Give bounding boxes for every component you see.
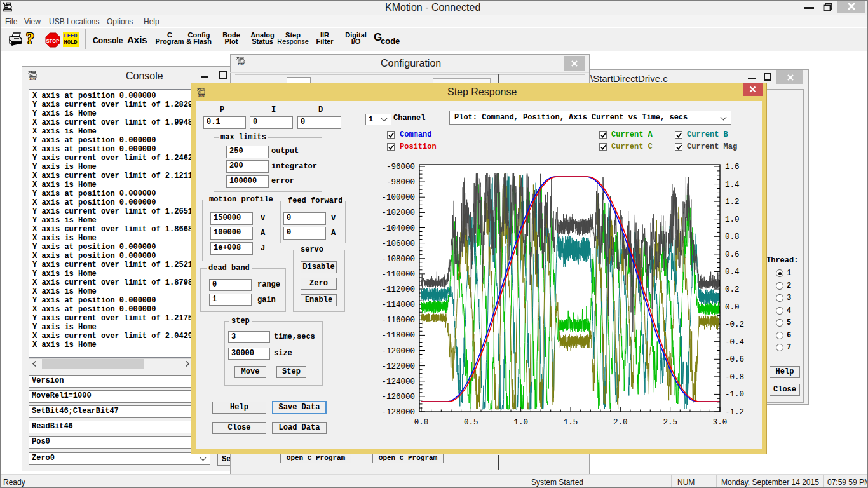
svg-text:-120000: -120000 (381, 347, 415, 356)
svg-text:-98000: -98000 (386, 178, 415, 187)
svg-text:-0.2: -0.2 (725, 320, 744, 329)
svg-text:-112000: -112000 (381, 285, 415, 294)
svg-text:-0.6: -0.6 (725, 355, 744, 364)
svg-text:0.0: 0.0 (725, 303, 740, 312)
svg-text:-104000: -104000 (381, 224, 415, 233)
svg-text:STOP: STOP (46, 38, 59, 44)
svg-text:0.0: 0.0 (414, 418, 429, 427)
svg-text:-110000: -110000 (381, 270, 415, 279)
svg-text:3.0: 3.0 (713, 418, 728, 427)
svg-text:-0.8: -0.8 (725, 373, 744, 382)
svg-text:-100000: -100000 (381, 193, 415, 202)
svg-text:-102000: -102000 (381, 208, 415, 217)
svg-text:1.4: 1.4 (725, 180, 740, 189)
svg-text:-122000: -122000 (381, 362, 415, 371)
svg-text:0.4: 0.4 (725, 268, 740, 276)
svg-text:0.6: 0.6 (725, 250, 740, 259)
svg-text:-116000: -116000 (381, 316, 415, 325)
svg-text:DM: DM (198, 93, 205, 97)
svg-text:DM: DM (29, 76, 36, 81)
svg-text:-96000: -96000 (386, 163, 415, 172)
svg-text:-118000: -118000 (381, 331, 415, 340)
svg-text:DM: DM (237, 62, 244, 66)
svg-text:-108000: -108000 (381, 255, 415, 264)
svg-text:1.2: 1.2 (725, 198, 740, 207)
svg-text:-106000: -106000 (381, 240, 415, 248)
svg-text:-114000: -114000 (381, 301, 415, 309)
svg-text:1.5: 1.5 (564, 418, 578, 427)
svg-text:2.0: 2.0 (613, 418, 628, 427)
svg-text:-1.0: -1.0 (725, 390, 744, 399)
svg-text:-124000: -124000 (381, 377, 415, 386)
svg-text:-128000: -128000 (381, 408, 415, 417)
svg-text:-1.2: -1.2 (725, 408, 744, 417)
svg-text:0.5: 0.5 (464, 418, 478, 427)
svg-text:0.8: 0.8 (725, 233, 740, 241)
svg-text:0.2: 0.2 (725, 285, 740, 294)
svg-text:-126000: -126000 (381, 393, 415, 402)
svg-text:1.0: 1.0 (725, 215, 740, 224)
svg-text:1.0: 1.0 (513, 418, 528, 427)
svg-text:1.6: 1.6 (725, 163, 740, 172)
svg-text:2.5: 2.5 (663, 418, 677, 427)
svg-text:-0.4: -0.4 (725, 338, 744, 347)
